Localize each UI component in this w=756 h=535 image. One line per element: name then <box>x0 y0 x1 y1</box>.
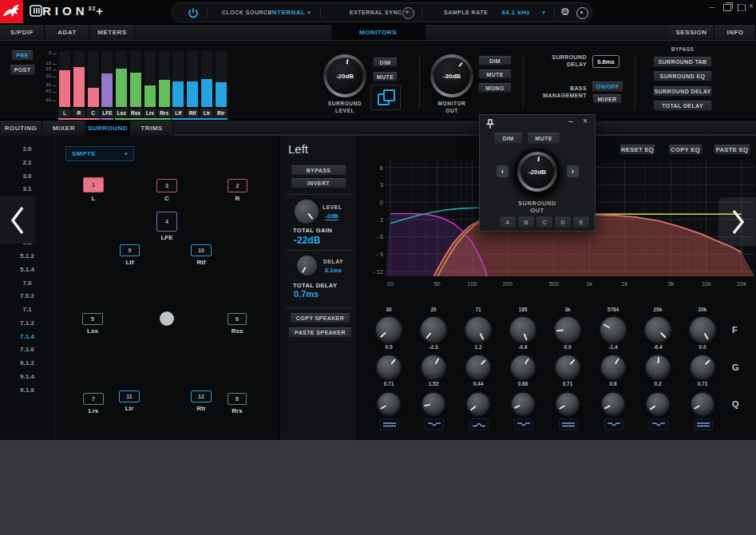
bypass-surround-delay-button[interactable]: SURROUND DELAY <box>653 86 712 97</box>
eq-knob-f1[interactable] <box>376 317 402 343</box>
speaker-c[interactable]: 3 <box>156 179 177 192</box>
eq-knob-g1[interactable] <box>377 355 401 379</box>
eq-knob-q6[interactable] <box>602 393 624 415</box>
channel-delay-value[interactable]: 0.1ms <box>325 267 342 274</box>
popup-prev-button[interactable]: ‹ <box>497 165 509 177</box>
external-sync-indicator[interactable] <box>402 7 414 19</box>
power-icon[interactable] <box>187 6 200 19</box>
next-page-button[interactable] <box>718 197 756 246</box>
speaker-lss[interactable]: 5 <box>82 313 103 325</box>
tab-info[interactable]: INFO <box>715 25 756 40</box>
channel-bypass-button[interactable]: BYPASS <box>291 165 346 176</box>
format-item-7-1-4[interactable]: 7.1.4 <box>0 330 54 343</box>
format-item-9-1-6[interactable]: 9.1.6 <box>0 383 54 396</box>
eq-knob-q1[interactable] <box>378 393 400 415</box>
popup-band-a-button[interactable]: A <box>499 216 517 228</box>
prev-page-button[interactable] <box>0 196 35 244</box>
bypass-total-delay-button[interactable]: TOTAL DELAY <box>653 101 712 111</box>
speaker-l[interactable]: 1 <box>83 177 104 192</box>
eq-knob-f4[interactable] <box>510 317 536 343</box>
format-item-7-1[interactable]: 7.1 <box>0 303 54 315</box>
format-item-9-1-4[interactable]: 9.1.4 <box>0 370 54 382</box>
format-item-2-1[interactable]: 2.1 <box>0 156 54 168</box>
eq-knob-q3[interactable] <box>467 393 489 415</box>
surround-dim-button[interactable]: DIM <box>373 57 398 67</box>
speaker-rtf[interactable]: 10 <box>191 244 212 256</box>
channel-level-knob[interactable] <box>295 200 319 224</box>
speaker-ltf[interactable]: 9 <box>120 244 140 256</box>
format-item-7-0[interactable]: 7.0 <box>0 276 54 289</box>
filter-type-notch-icon[interactable] <box>649 418 668 430</box>
eq-knob-f7[interactable] <box>645 317 671 343</box>
reset-eq-button[interactable]: RESET EQ <box>619 145 655 155</box>
filter-type-notch-icon[interactable] <box>604 418 623 430</box>
filter-type-peak-icon[interactable] <box>469 418 489 430</box>
tab-s-pdif[interactable]: S/PDIF <box>0 25 45 40</box>
device-identify-icon[interactable] <box>576 7 588 19</box>
monitor-mute-button[interactable]: MUTE <box>478 69 512 79</box>
popup-dim-button[interactable]: DIM <box>493 133 523 145</box>
bass-management-onoff-button[interactable]: ON/OFF <box>592 81 623 92</box>
surround-delay-value[interactable]: 0.6ms <box>592 55 619 68</box>
speaker-rrs[interactable]: 8 <box>228 393 247 405</box>
preset-dropdown[interactable]: SMPTE ▼ <box>65 146 134 161</box>
speaker-r[interactable]: 2 <box>228 179 247 192</box>
filter-type-notch-icon[interactable] <box>514 418 533 430</box>
sample-rate-caret-icon[interactable]: ▼ <box>541 10 546 15</box>
subtab-trims[interactable]: TRIMS <box>131 121 173 136</box>
window-fullscreen-button[interactable] <box>738 4 746 11</box>
window-restore-button[interactable] <box>723 4 731 11</box>
bypass-surround-eq-button[interactable]: SURROUND EQ <box>653 71 712 81</box>
speaker-rtr[interactable]: 12 <box>191 390 212 402</box>
bass-management-mixer-button[interactable]: MIXER <box>592 94 622 104</box>
eq-knob-q8[interactable] <box>691 393 714 415</box>
clock-source-caret-icon[interactable]: ▼ <box>307 10 311 15</box>
tab-session[interactable]: SESSION <box>669 25 714 40</box>
tab-monitors[interactable]: MONITORS <box>331 25 425 40</box>
popup-next-button[interactable]: › <box>567 165 579 177</box>
eq-knob-g8[interactable] <box>691 355 714 379</box>
channel-level-value[interactable]: -2dB <box>325 212 338 220</box>
window-close-button[interactable]: × <box>749 2 754 10</box>
meters-pre-button[interactable]: PRE <box>11 50 34 61</box>
filter-type-shelf-icon[interactable] <box>559 418 578 430</box>
tab-meters[interactable]: METERS <box>90 25 135 40</box>
paste-eq-button[interactable]: PASTE EQ <box>714 145 750 155</box>
subtab-surround[interactable]: SURROUND <box>86 121 130 136</box>
subtab-mixer[interactable]: MIXER <box>43 121 85 136</box>
format-item-9-1-2[interactable]: 9.1.2 <box>0 356 54 369</box>
speaker-ltr[interactable]: 11 <box>119 390 140 402</box>
surround-link-button[interactable] <box>370 85 401 110</box>
copy-eq-button[interactable]: COPY EQ <box>668 145 703 155</box>
popup-mute-button[interactable]: MUTE <box>527 133 560 145</box>
meters-post-button[interactable]: POST <box>10 65 35 75</box>
monitor-mono-button[interactable]: MONO <box>478 83 512 93</box>
popup-band-e-button[interactable]: E <box>572 216 590 228</box>
eq-knob-q4[interactable] <box>512 393 534 415</box>
surround-mute-button[interactable]: MUTE <box>373 72 398 81</box>
format-item-7-1-2[interactable]: 7.1.2 <box>0 316 54 329</box>
subtab-routing[interactable]: ROUTING <box>0 121 42 136</box>
paste-speaker-button[interactable]: PASTE SPEAKER <box>288 327 352 338</box>
eq-knob-f5[interactable] <box>555 317 580 343</box>
eq-knob-g3[interactable] <box>466 355 490 379</box>
popup-minimize-button[interactable]: – <box>568 117 573 125</box>
window-minimize-button[interactable]: – <box>710 3 714 11</box>
channel-invert-button[interactable]: INVERT <box>291 178 346 188</box>
popup-band-c-button[interactable]: C <box>536 216 553 228</box>
surround-level-knob[interactable]: -20dB <box>323 54 366 97</box>
monitor-out-knob[interactable]: -30dB <box>430 54 473 97</box>
eq-knob-g4[interactable] <box>511 355 535 379</box>
settings-gear-icon[interactable]: ⚙ <box>560 6 570 18</box>
filter-type-shelf-icon[interactable] <box>380 418 399 430</box>
eq-knob-q5[interactable] <box>556 393 579 415</box>
filter-type-shelf-icon[interactable] <box>694 418 713 430</box>
eq-knob-g5[interactable] <box>556 355 580 379</box>
format-item-3-1[interactable]: 3.1 <box>0 182 54 195</box>
eq-knob-f6[interactable] <box>600 317 626 343</box>
popup-close-button[interactable]: × <box>583 117 588 125</box>
eq-knob-f3[interactable] <box>465 317 491 343</box>
eq-knob-g2[interactable] <box>422 355 445 379</box>
popup-band-d-button[interactable]: D <box>554 216 572 228</box>
popup-band-b-button[interactable]: B <box>517 216 535 228</box>
